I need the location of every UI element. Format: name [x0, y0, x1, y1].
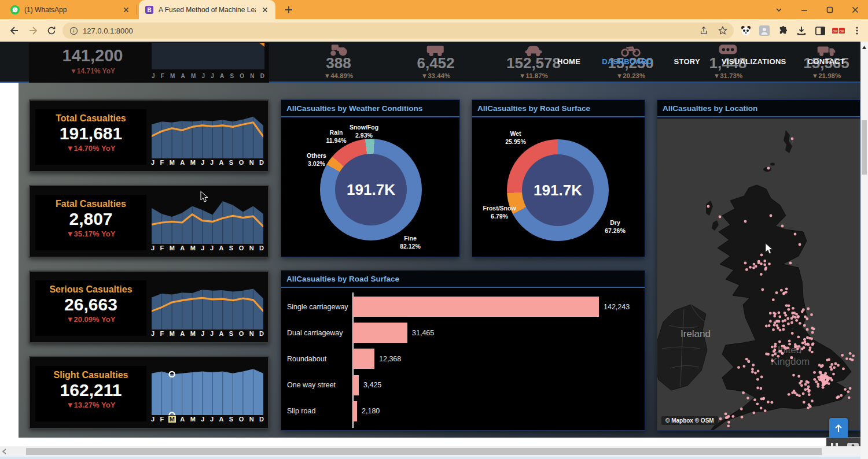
forward-button[interactable] — [27, 23, 42, 38]
scroll-up-arrow-icon[interactable] — [862, 45, 867, 50]
segment-percent: 67.26% — [605, 227, 626, 235]
month-label: N — [250, 73, 254, 79]
new-tab-button[interactable] — [282, 3, 295, 16]
kpi-text-panel: Total Casualties 191,681 ▼14.70% YoY — [35, 109, 146, 165]
month-label: O — [239, 159, 244, 166]
address-bar[interactable]: 127.0.0.1:8000 — [62, 23, 734, 39]
month-label: A — [219, 330, 223, 337]
downloads-icon[interactable] — [795, 24, 808, 37]
tab-search-button[interactable] — [766, 0, 792, 19]
scroll-left-arrow-icon[interactable] — [2, 449, 8, 454]
roadsurface-donut-panel: AllCasualties by Road Surface 191.7KDry6… — [472, 99, 645, 257]
vertical-scrollbar[interactable] — [860, 42, 868, 459]
scroll-to-top-button[interactable] — [829, 418, 848, 439]
adblock-badge-icon[interactable]: OK OK — [832, 24, 845, 37]
profile-extension-icon[interactable] — [758, 24, 771, 37]
bar[interactable] — [353, 297, 599, 317]
menu-kebab-icon[interactable] — [851, 24, 863, 37]
bar[interactable] — [353, 401, 357, 421]
kpi-sparkline-chart[interactable] — [152, 110, 263, 158]
back-button[interactable] — [6, 23, 21, 38]
kpi-month-axis: JFMAMJJASOND — [152, 73, 264, 79]
map-attribution[interactable]: © Mapbox © OSM — [661, 416, 718, 425]
month-label: O — [240, 73, 244, 79]
panel-title: AllCasualties by Weather Conditions — [281, 100, 459, 117]
close-tab-icon[interactable] — [260, 5, 270, 14]
vertical-scrollbar-thumb[interactable] — [862, 120, 867, 175]
bookmark-star-icon[interactable] — [718, 25, 728, 36]
weather-donut-panel: AllCasualties by Weather Conditions 191.… — [281, 99, 460, 257]
segment-percent: 25.95% — [505, 138, 526, 146]
tab-dashboard[interactable]: B A Fused Method of Machine Lea — [139, 0, 275, 19]
kpi-text-panel: Serious Casualties 26,663 ▼20.09% YoY — [35, 280, 146, 336]
weather-donut-chart[interactable]: 191.7KFine82.12%Others3.02%Rain11.94%Sno… — [281, 119, 459, 257]
donut-segment-label: Frost/Snow6.79% — [483, 205, 516, 220]
kpi-value: 162,211 — [35, 380, 146, 401]
kpi-value: 2,807 — [35, 209, 146, 230]
faded-kpi-item: 388▼44.89% — [295, 42, 382, 79]
motorcycle-icon — [587, 42, 674, 55]
tab-whatsapp[interactable]: (1) WhatsApp — [5, 0, 137, 19]
panda-extension-icon[interactable] — [740, 24, 752, 37]
month-label: J — [151, 330, 155, 337]
month-label: A — [181, 73, 185, 79]
bar-value-label: 3,425 — [363, 381, 381, 389]
kpi-delta: ▼33.44% — [392, 72, 479, 79]
month-label: J — [201, 416, 204, 423]
extensions-puzzle-icon[interactable] — [777, 24, 789, 37]
horizontal-scrollbar[interactable] — [0, 446, 860, 457]
share-icon[interactable] — [699, 25, 709, 36]
svg-text:OK: OK — [833, 29, 838, 33]
bar[interactable] — [353, 349, 374, 369]
month-label: M — [170, 330, 175, 337]
kpi-value: 191,681 — [35, 124, 146, 144]
kpi-text-panel: Slight Casualties 162,211 ▼13.27% YoY — [35, 366, 146, 421]
tractor-icon — [295, 42, 382, 55]
svg-text:OK: OK — [840, 29, 845, 33]
nav-link-visualizations[interactable]: VISUALIZATIONS — [722, 57, 786, 66]
panel-title: AllCasualties by Road Surface — [472, 100, 645, 117]
bootstrap-icon: B — [145, 5, 154, 14]
nav-link-story[interactable]: STORY — [674, 57, 700, 66]
segment-name: Dry — [605, 219, 626, 227]
nav-link-contact[interactable]: CONTACT — [808, 57, 845, 66]
month-label: M — [190, 159, 196, 166]
kpi-sparkline-chart[interactable] — [152, 367, 263, 415]
kpi-delta: ▼13.27% YoY — [35, 401, 146, 409]
bar[interactable] — [353, 323, 407, 343]
month-label: J — [151, 159, 155, 166]
close-window-button[interactable] — [843, 0, 868, 19]
horizontal-scrollbar-thumb[interactable] — [26, 448, 822, 455]
bottom-edge-strip — [0, 457, 868, 459]
kpi-card: Slight Casualties 162,211 ▼13.27% YoY JF… — [29, 356, 269, 429]
kpi-delta: ▼20.23% — [587, 72, 674, 79]
close-tab-icon[interactable] — [122, 5, 131, 14]
month-label: M — [191, 73, 196, 79]
kpi-delta: ▼35.17% YoY — [35, 230, 146, 238]
kpi-card: Fatal Casualties 2,807 ▼35.17% YoY JFMAM… — [29, 185, 269, 258]
tab-divider — [137, 5, 137, 14]
donut-center-total: 191.7K — [522, 154, 594, 226]
kpi-sparkline-chart[interactable] — [152, 281, 263, 330]
maximize-button[interactable] — [817, 0, 843, 19]
kpi-sparkline-chart[interactable] — [152, 195, 263, 244]
site-info-icon[interactable] — [69, 27, 78, 35]
panel-title: AllCasualties by Location — [657, 100, 860, 117]
roadsurface-donut-chart[interactable]: 191.7KDry67.26%Frost/Snow6.79%Wet25.95% — [472, 119, 645, 257]
month-label: F — [160, 416, 164, 423]
kpi-value: 6,452 — [392, 55, 479, 71]
map-canvas[interactable]: United Kingdom Ireland © Mapbox © OSM — [657, 119, 860, 430]
nav-link-home[interactable]: HOME — [557, 57, 580, 66]
location-map-panel: AllCasualties by Location — [657, 99, 860, 431]
nav-link-dashboard[interactable]: DASHBOARD — [602, 57, 652, 66]
month-label: A — [219, 245, 223, 251]
bar-row: Slip road2,180 — [286, 398, 640, 424]
reload-button[interactable] — [44, 23, 59, 38]
kpi-delta: ▼31.73% — [685, 72, 771, 79]
kpi-title: Fatal Casualties — [35, 199, 146, 209]
side-panel-icon[interactable] — [814, 24, 826, 37]
bar[interactable] — [353, 375, 359, 395]
minimize-button[interactable] — [792, 0, 817, 19]
whatsapp-icon — [10, 5, 20, 14]
kpi-title: Serious Casualties — [35, 284, 146, 295]
